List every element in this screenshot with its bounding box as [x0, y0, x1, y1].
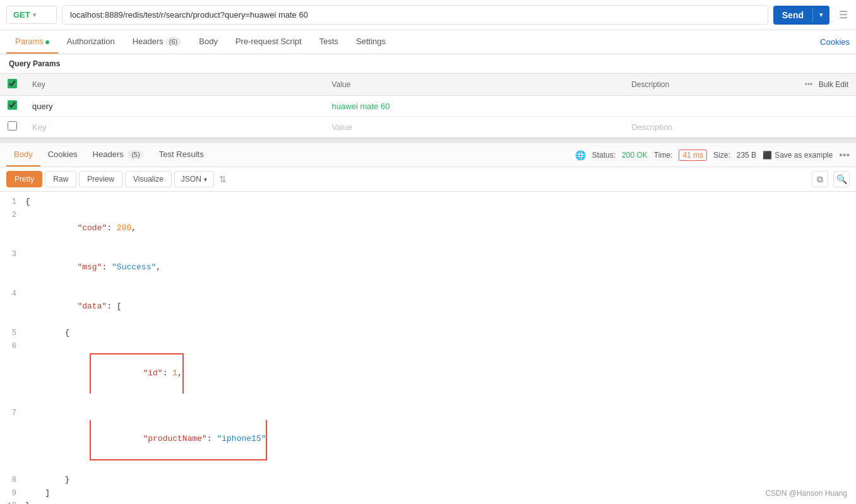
params-table-container: Key Value Description ••• Bulk Edit quer…	[0, 73, 856, 138]
send-dropdown-arrow[interactable]: ▾	[813, 6, 829, 23]
url-input[interactable]	[62, 5, 768, 25]
format-preview-button[interactable]: Preview	[79, 171, 122, 187]
line-number: 10	[0, 500, 25, 504]
col-checkbox-header	[0, 74, 25, 96]
row-actions-cell	[780, 96, 856, 117]
status-label: Status:	[592, 151, 615, 160]
tab-authorization[interactable]: Authorization	[58, 30, 124, 54]
format-visualize-button[interactable]: Visualize	[125, 171, 172, 187]
empty-desc-cell[interactable]: Description	[624, 117, 780, 138]
send-button-group: Send ▾	[773, 6, 829, 25]
line-content: "msg": "Success",	[25, 248, 856, 287]
headers-count-badge: (5)	[128, 150, 143, 159]
empty-checkbox-cell	[0, 117, 25, 138]
line-content: }	[25, 500, 856, 504]
save-icon: ⬛	[763, 151, 772, 160]
param-value: huawei mate 60	[332, 102, 390, 111]
line-number: 8	[0, 474, 25, 486]
code-line-3: 3 "msg": "Success",	[0, 248, 856, 287]
code-area: 1 { 2 "code": 200, 3 "msg": "Success", 4…	[0, 192, 856, 504]
more-options-icon[interactable]: •••	[839, 149, 850, 161]
code-line-2: 2 "code": 200,	[0, 209, 856, 248]
table-row-empty: Key Value Description	[0, 117, 856, 138]
tab-settings[interactable]: Settings	[347, 30, 395, 54]
col-actions-header: ••• Bulk Edit	[780, 74, 856, 96]
line-number: 2	[0, 209, 25, 221]
request-area: Query Params Key Value Description ••• B…	[0, 54, 856, 138]
code-line-6: 6 "id": 1,	[0, 340, 856, 407]
col-desc-header: Description	[624, 74, 780, 96]
select-all-checkbox[interactable]	[8, 79, 17, 88]
row-desc-cell[interactable]	[624, 96, 780, 117]
format-pretty-button[interactable]: Pretty	[6, 171, 42, 187]
row-checkbox-cell	[0, 96, 25, 117]
line-number: 3	[0, 248, 25, 261]
resp-tab-body[interactable]: Body	[6, 143, 40, 167]
tab-prerequest[interactable]: Pre-request Script	[227, 30, 311, 54]
size-value: 235 B	[737, 151, 756, 160]
status-value: 200 OK	[622, 151, 648, 160]
format-raw-button[interactable]: Raw	[45, 171, 76, 187]
chevron-down-icon: ▾	[204, 176, 207, 183]
row-value-cell[interactable]: huawei mate 60	[324, 96, 624, 117]
response-area: Body Cookies Headers (5) Test Results 🌐 …	[0, 138, 856, 504]
search-button[interactable]: 🔍	[833, 171, 850, 187]
line-content: {	[25, 196, 856, 209]
code-line-1: 1 {	[0, 196, 856, 209]
empty-actions-cell	[780, 117, 856, 138]
line-number: 5	[0, 327, 25, 339]
empty-key-cell[interactable]: Key	[25, 117, 324, 138]
send-button[interactable]: Send	[773, 6, 812, 25]
col-key-header: Key	[25, 74, 324, 96]
empty-value-cell[interactable]: Value	[324, 117, 624, 138]
save-as-example-button[interactable]: ⬛ Save as example	[763, 151, 833, 160]
resp-tab-test-results[interactable]: Test Results	[152, 143, 211, 167]
key-placeholder: Key	[32, 122, 46, 132]
watermark: CSDN @Hanson Huang	[765, 489, 847, 498]
row-checkbox[interactable]	[8, 100, 17, 110]
line-content: "productName": "iphone15"	[25, 407, 856, 474]
method-label: GET	[13, 10, 30, 20]
filter-icon[interactable]: ⇅	[219, 174, 227, 184]
response-status-bar: 🌐 Status: 200 OK Time: 41 ms Size: 235 B…	[575, 149, 850, 161]
method-select[interactable]: GET ▾	[6, 6, 57, 24]
resp-tab-headers[interactable]: Headers (5)	[85, 143, 152, 167]
params-dot	[45, 40, 49, 44]
line-number: 9	[0, 487, 25, 500]
sidebar-toggle-icon[interactable]: ☰	[837, 9, 850, 21]
col-value-header: Value	[324, 74, 624, 96]
top-bar: GET ▾ Send ▾ ☰	[0, 0, 856, 30]
tab-tests[interactable]: Tests	[311, 30, 347, 54]
row-key-cell[interactable]: query	[25, 96, 324, 117]
key-value: query	[32, 102, 53, 111]
empty-row-checkbox[interactable]	[8, 121, 17, 131]
cookies-button[interactable]: Cookies	[820, 37, 850, 47]
copy-button[interactable]: ⧉	[812, 171, 828, 187]
language-select[interactable]: JSON ▾	[174, 171, 214, 187]
tab-headers[interactable]: Headers(6)	[124, 30, 191, 54]
chevron-down-icon: ▾	[33, 11, 36, 18]
globe-icon: 🌐	[575, 150, 586, 160]
more-options-icon[interactable]: •••	[805, 80, 813, 89]
bulk-edit-button[interactable]: Bulk Edit	[819, 80, 848, 89]
response-tabs: Body Cookies Headers (5) Test Results 🌐 …	[0, 143, 856, 167]
request-tabs: Params Authorization Headers(6) Body Pre…	[0, 30, 856, 54]
line-content: "data": [	[25, 288, 856, 327]
params-table: Key Value Description ••• Bulk Edit quer…	[0, 73, 856, 138]
line-number: 7	[0, 407, 25, 419]
resp-tab-cookies[interactable]: Cookies	[40, 143, 85, 167]
code-line-10: 10 }	[0, 500, 856, 504]
line-content: }	[25, 474, 856, 487]
table-row: query huawei mate 60	[0, 96, 856, 117]
size-label: Size:	[713, 151, 730, 160]
tab-params[interactable]: Params	[6, 30, 58, 54]
desc-placeholder: Description	[631, 122, 672, 132]
code-format-toolbar: Pretty Raw Preview Visualize JSON ▾ ⇅ ⧉ …	[0, 167, 856, 192]
line-content: ]	[25, 487, 856, 500]
line-content: "id": 1,	[25, 340, 856, 407]
time-label: Time:	[654, 151, 673, 160]
line-number: 4	[0, 288, 25, 300]
line-number: 6	[0, 340, 25, 353]
code-toolbar-right: ⧉ 🔍	[812, 171, 850, 187]
tab-body[interactable]: Body	[190, 30, 227, 54]
